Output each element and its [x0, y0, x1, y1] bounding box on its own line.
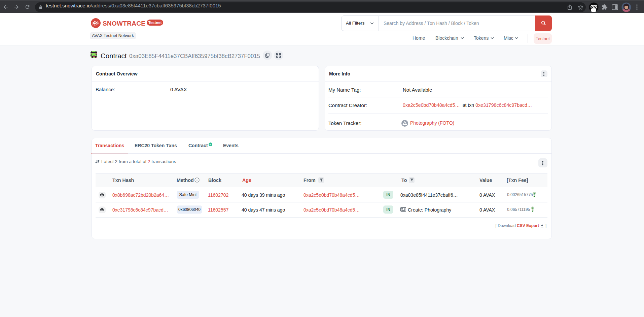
svg-text:$: $	[532, 207, 534, 210]
svg-text:$: $	[534, 192, 535, 195]
